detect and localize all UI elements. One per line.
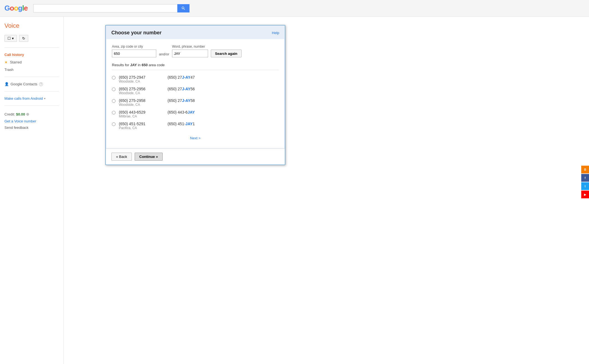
search-button[interactable] bbox=[177, 4, 189, 12]
area-input[interactable] bbox=[112, 50, 156, 57]
results-area: 650 bbox=[142, 63, 148, 67]
phone-before-1: (650) 27 bbox=[168, 75, 182, 80]
sidebar-item-trash[interactable]: Trash bbox=[4, 66, 59, 73]
dropdown-arrow: ▾ bbox=[12, 36, 14, 40]
phone-after-5: 1 bbox=[193, 122, 195, 126]
phone-row-4: (650) 443-6529 (650) 443-6JAY bbox=[119, 110, 195, 114]
sidebar-item-starred[interactable]: ★ Starred bbox=[4, 58, 59, 66]
voice-title: Voice bbox=[4, 22, 59, 29]
area-field-group: Area, zip code or city bbox=[112, 45, 156, 57]
phone-after-3: 58 bbox=[191, 98, 195, 103]
next-link-container: Next > bbox=[112, 136, 279, 140]
checkbox-icon: ☐ bbox=[7, 36, 11, 40]
phone-highlight-2: J-AY bbox=[182, 87, 191, 91]
youtube-icon[interactable]: ▶ bbox=[581, 191, 589, 198]
results-keyword: JAY bbox=[130, 63, 137, 67]
phone-location-3: Woodside, CA bbox=[119, 103, 195, 107]
get-voice-number-link[interactable]: Get a Voice number bbox=[4, 118, 59, 124]
logo-o1: o bbox=[10, 4, 14, 12]
sidebar-divider-3 bbox=[4, 91, 59, 91]
contacts-label: Google Contacts bbox=[11, 82, 37, 86]
phone-result-5: (650) 451-5291 (650) 451-JAY1 Pacifica, … bbox=[112, 120, 279, 132]
social-icons: B f t ▶ bbox=[581, 166, 589, 198]
phone-before-3: (650) 27 bbox=[168, 98, 182, 103]
logo-g2: g bbox=[18, 4, 22, 12]
phone-radio-5[interactable] bbox=[112, 122, 116, 126]
facebook-icon[interactable]: f bbox=[581, 174, 589, 182]
send-feedback-link[interactable]: Send feedback bbox=[4, 124, 59, 131]
phone-result-2: (650) 275-2956 (650) 27J-AY56 Woodside, … bbox=[112, 85, 279, 97]
continue-button[interactable]: Continue » bbox=[135, 153, 163, 161]
android-dropdown-icon: ▾ bbox=[44, 97, 45, 100]
phone-info-1: (650) 275-2947 (650) 27J-AY47 Woodside, … bbox=[119, 75, 195, 83]
phone-number-plain-2: (650) 275-2956 bbox=[119, 87, 145, 91]
google-contacts[interactable]: 👤 Google Contacts ? bbox=[4, 80, 59, 88]
phone-location-4: Millbrae, CA bbox=[119, 114, 195, 118]
phone-result-3: (650) 275-2958 (650) 27J-AY58 Woodside, … bbox=[112, 97, 279, 108]
phrase-input[interactable] bbox=[172, 50, 208, 57]
search-bar bbox=[33, 4, 189, 12]
android-link[interactable]: Make calls from Android bbox=[4, 96, 43, 101]
phone-info-4: (650) 443-6529 (650) 443-6JAY Millbrae, … bbox=[119, 110, 195, 118]
back-button[interactable]: « Back bbox=[111, 153, 132, 161]
phone-number-plain-3: (650) 275-2958 bbox=[119, 98, 145, 103]
phone-highlight-4: JAY bbox=[188, 110, 195, 114]
phone-row-5: (650) 451-5291 (650) 451-JAY1 bbox=[119, 122, 195, 126]
search-again-button[interactable]: Search again bbox=[211, 50, 242, 57]
dialog-body: Area, zip code or city and/or Word, phra… bbox=[106, 39, 284, 148]
content-area: Choose your number Help Area, zip code o… bbox=[64, 17, 589, 364]
logo-o2: o bbox=[14, 4, 18, 12]
sidebar-item-call-history[interactable]: Call history bbox=[4, 51, 59, 58]
android-section: Make calls from Android ▾ bbox=[4, 95, 59, 102]
phone-number-highlight-1: (650) 27J-AY47 bbox=[168, 75, 195, 80]
credit-section: Credit: $0.00 ⊕ bbox=[4, 109, 59, 118]
andor-label: and/or bbox=[159, 52, 169, 57]
help-icon: ? bbox=[39, 82, 43, 86]
phone-results-list: (650) 275-2947 (650) 27J-AY47 Woodside, … bbox=[112, 73, 279, 132]
refresh-button[interactable]: ↻ bbox=[19, 35, 28, 42]
phone-number-highlight-2: (650) 27J-AY56 bbox=[168, 87, 195, 91]
dialog-footer: « Back Continue » bbox=[106, 148, 285, 165]
phrase-label: Word, phrase, number bbox=[172, 45, 208, 48]
phrase-field-group: Word, phrase, number bbox=[172, 45, 208, 57]
phone-row-1: (650) 275-2947 (650) 27J-AY47 bbox=[119, 75, 195, 80]
search-input[interactable] bbox=[33, 4, 177, 12]
refresh-icon: ↻ bbox=[22, 36, 25, 40]
phone-radio-4[interactable] bbox=[112, 111, 116, 114]
checkbox-button[interactable]: ☐ ▾ bbox=[4, 35, 17, 42]
area-label: Area, zip code or city bbox=[112, 45, 156, 48]
phone-radio-1[interactable] bbox=[112, 76, 116, 80]
twitter-icon[interactable]: t bbox=[581, 182, 589, 190]
phone-before-2: (650) 27 bbox=[168, 87, 182, 91]
star-icon: ★ bbox=[4, 60, 8, 64]
phone-location-2: Woodside, CA bbox=[119, 91, 195, 95]
phone-before-4: (650) 443-6 bbox=[168, 110, 188, 114]
logo-e: e bbox=[24, 4, 27, 12]
phone-row-3: (650) 275-2958 (650) 27J-AY58 bbox=[119, 98, 195, 103]
next-link[interactable]: Next > bbox=[190, 136, 201, 140]
phone-result-4: (650) 443-6529 (650) 443-6JAY Millbrae, … bbox=[112, 108, 279, 120]
dialog-title: Choose your number bbox=[111, 30, 162, 36]
phone-number-plain-4: (650) 443-6529 bbox=[119, 110, 145, 114]
phone-number-highlight-4: (650) 443-6JAY bbox=[168, 110, 195, 114]
search-fields: Area, zip code or city and/or Word, phra… bbox=[112, 45, 279, 57]
phone-info-2: (650) 275-2956 (650) 27J-AY56 Woodside, … bbox=[119, 87, 195, 95]
add-credit-button[interactable]: ⊕ bbox=[26, 112, 29, 116]
main-container: Voice ☐ ▾ ↻ Call history ★ Starred Trash… bbox=[0, 17, 589, 364]
phone-row-2: (650) 275-2956 (650) 27J-AY56 bbox=[119, 87, 195, 91]
sidebar: Voice ☐ ▾ ↻ Call history ★ Starred Trash… bbox=[0, 17, 64, 364]
phone-radio-2[interactable] bbox=[112, 88, 116, 91]
header: Google bbox=[0, 0, 589, 17]
phone-number-plain-1: (650) 275-2947 bbox=[119, 75, 145, 80]
sidebar-item-label: Call history bbox=[4, 53, 24, 57]
phone-radio-3[interactable] bbox=[112, 99, 116, 103]
phone-highlight-5: JAY bbox=[185, 122, 193, 126]
sidebar-divider bbox=[4, 47, 59, 48]
sidebar-divider-2 bbox=[4, 77, 59, 77]
google-logo: Google bbox=[4, 4, 28, 12]
phone-number-highlight-5: (650) 451-JAY1 bbox=[168, 122, 195, 126]
blogger-icon[interactable]: B bbox=[581, 166, 589, 173]
dialog-help-link[interactable]: Help bbox=[272, 31, 279, 35]
dialog-header: Choose your number Help bbox=[106, 25, 285, 39]
toolbar: ☐ ▾ ↻ bbox=[4, 35, 59, 42]
